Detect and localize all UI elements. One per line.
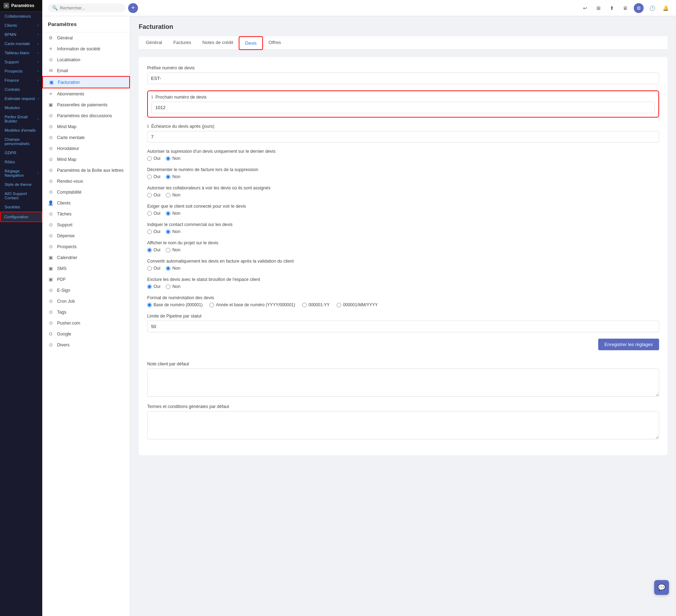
sidebar-item-style-de-theme[interactable]: Style de theme: [0, 180, 42, 189]
middle-item-facturation[interactable]: ▣Facturation: [42, 76, 130, 88]
bell-icon[interactable]: 🔔: [661, 3, 670, 13]
show-project-radio: Oui Non: [147, 247, 659, 252]
settings-icon[interactable]: ⚙: [634, 3, 644, 13]
search-input[interactable]: [60, 6, 113, 11]
middle-item-général[interactable]: ⚙Général: [42, 32, 130, 43]
middle-item-abonnements[interactable]: ≡Abonnements: [42, 88, 130, 99]
tab-notes-de-crédit[interactable]: Notes de crédit: [197, 36, 239, 50]
sidebar-item-support[interactable]: Support‹: [0, 57, 42, 67]
sidebar-item-champs-personnalisés[interactable]: Champs personnalisés: [0, 135, 42, 148]
sidebar-item-configuration[interactable]: Configuration: [0, 212, 42, 222]
allow-delete-oui[interactable]: Oui: [147, 156, 160, 161]
exclude-draft-non[interactable]: Non: [166, 284, 180, 289]
middle-item-pusher.com[interactable]: ⊙Pusher.com: [42, 318, 130, 328]
allow-view-non[interactable]: Non: [166, 193, 180, 197]
prefix-input[interactable]: [147, 73, 659, 84]
save-button[interactable]: Enregistrer les réglages: [598, 339, 659, 350]
middle-item-prospects[interactable]: ⊙Prospects: [42, 241, 130, 252]
terms-textarea[interactable]: [147, 411, 659, 439]
middle-item-horodateur[interactable]: ⊙Horodateur: [42, 143, 130, 154]
sidebar-item-contrats[interactable]: Contrats: [0, 85, 42, 94]
monitor-icon[interactable]: 🖥: [620, 3, 630, 13]
add-button[interactable]: +: [128, 3, 138, 13]
close-button[interactable]: ✕: [4, 3, 9, 8]
next-number-input[interactable]: [151, 102, 655, 113]
require-login-non[interactable]: Non: [166, 211, 180, 216]
sidebar-item-finance[interactable]: Finance‹: [0, 76, 42, 85]
tab-factures[interactable]: Factures: [168, 36, 197, 50]
middle-item-comptabilité[interactable]: ⊙Comptabilité: [42, 187, 130, 197]
sidebar-item-modules[interactable]: Modules: [0, 103, 42, 112]
sidebar-item-estimate-request[interactable]: Estimate request‹: [0, 94, 42, 103]
middle-item-passerelles-de-paiements[interactable]: ▣Passerelles de paiements: [42, 99, 130, 110]
middle-item-e-sign[interactable]: ⊙E-Sign: [42, 285, 130, 296]
middle-item-mind-map[interactable]: ⊙Mind Map: [42, 154, 130, 165]
middle-item-sms[interactable]: ▣SMS: [42, 263, 130, 274]
chevron-icon: ‹: [38, 51, 39, 55]
sidebar-item-perfex-email-builder[interactable]: Perfex Email Builder‹: [0, 112, 42, 126]
sidebar-item-collaborateurs[interactable]: Collaborateurs: [0, 12, 42, 21]
format-option-2[interactable]: 000001-YY: [302, 302, 330, 307]
decrement-oui[interactable]: Oui: [147, 174, 160, 179]
show-project-non[interactable]: Non: [166, 247, 180, 252]
undo-icon[interactable]: ↩: [580, 3, 590, 13]
sidebar-item-rôles[interactable]: Rôles: [0, 157, 42, 166]
prefix-group: Préfixe numéro de devis: [147, 65, 659, 84]
expiry-input[interactable]: [147, 131, 659, 143]
middle-item-rendez-vous[interactable]: ⊙Rendez-vous: [42, 176, 130, 187]
sidebar-item-modèles-d'emails[interactable]: Modèles d'emails: [0, 126, 42, 135]
auto-convert-oui[interactable]: Oui: [147, 266, 160, 271]
middle-item-information-de-société[interactable]: ≡Information de société: [42, 43, 130, 54]
grid-icon[interactable]: ⊞: [594, 3, 603, 13]
exclude-draft-oui[interactable]: Oui: [147, 284, 160, 289]
middle-item-support[interactable]: ⊙Support: [42, 219, 130, 230]
clock-icon[interactable]: 🕐: [647, 3, 657, 13]
format-option-1[interactable]: Année et base de numéro (YYYY/000001): [209, 302, 295, 307]
chevron-icon: ‹: [38, 171, 39, 175]
middle-item-email[interactable]: ✉Email: [42, 65, 130, 76]
client-note-textarea[interactable]: [147, 369, 659, 397]
sidebar-item-tableau-blanc[interactable]: Tableau blanc‹: [0, 48, 42, 57]
decrement-non[interactable]: Non: [166, 174, 180, 179]
show-contact-oui[interactable]: Oui: [147, 229, 160, 234]
middle-item-paramètres-de-la-boîte-aux-lettres[interactable]: ⊙Paramètres de la Boîte aux lettres: [42, 165, 130, 176]
sidebar-item-réglage-navigation[interactable]: Réglage Navigation‹: [0, 166, 42, 180]
search-box[interactable]: 🔍: [48, 4, 125, 12]
chat-button[interactable]: 💬: [654, 580, 669, 595]
pipeline-limit-input[interactable]: [147, 321, 659, 332]
require-login-oui[interactable]: Oui: [147, 211, 160, 216]
middle-item-tâches[interactable]: ⊙Tâches: [42, 208, 130, 219]
sidebar-item-label: Clients: [5, 23, 17, 27]
middle-item-tags[interactable]: ⊙Tags: [42, 307, 130, 318]
middle-item-cron-job[interactable]: ⊙Cron Job: [42, 296, 130, 307]
middle-item-localisation[interactable]: ⊙Localisation: [42, 54, 130, 65]
sidebar-item-sociétés[interactable]: Sociétés: [0, 202, 42, 212]
middle-item-divers[interactable]: ⊙Divers: [42, 339, 130, 350]
sidebar-item-aio-support-contact[interactable]: AIO Support Contact: [0, 189, 42, 202]
middle-item-clients[interactable]: 👤Clients: [42, 197, 130, 208]
middle-item-calendrier[interactable]: ▣Calendrier: [42, 252, 130, 263]
allow-delete-non[interactable]: Non: [166, 156, 180, 161]
sidebar-item-gdpr[interactable]: GDPR: [0, 148, 42, 157]
tab-général[interactable]: Général: [140, 36, 168, 50]
format-option-3[interactable]: 000001/MM/YYYY: [337, 302, 378, 307]
sidebar-item-bpmn[interactable]: BPMN‹: [0, 30, 42, 39]
middle-item-google[interactable]: GGoogle: [42, 328, 130, 339]
middle-item-dépense[interactable]: ⊙Dépense: [42, 230, 130, 241]
sidebar-item-prospects[interactable]: Prospects‹: [0, 67, 42, 76]
sidebar-item-clients[interactable]: Clients‹: [0, 21, 42, 30]
tab-offres[interactable]: Offres: [263, 36, 287, 50]
show-contact-non[interactable]: Non: [166, 229, 180, 234]
format-option-0[interactable]: Base de numéro (000001): [147, 302, 202, 307]
auto-convert-non[interactable]: Non: [166, 266, 180, 271]
sidebar-item-carte-mentale[interactable]: Carte mentale‹: [0, 39, 42, 48]
show-project-oui[interactable]: Oui: [147, 247, 160, 252]
middle-item-carte-mentale[interactable]: ⊙Carte mentale: [42, 132, 130, 143]
middle-item-paramètres-des-discussions[interactable]: ⊙Paramètres des discussions: [42, 110, 130, 121]
middle-item-mind-map[interactable]: ⊙Mind Map: [42, 121, 130, 132]
tab-devis[interactable]: Devis: [239, 36, 263, 50]
middle-item-pdf[interactable]: ▣PDF: [42, 274, 130, 285]
show-contact-label: Indiquer le contact commercial sur les d…: [147, 222, 659, 227]
share-icon[interactable]: ⬆: [607, 3, 617, 13]
allow-view-oui[interactable]: Oui: [147, 193, 160, 197]
